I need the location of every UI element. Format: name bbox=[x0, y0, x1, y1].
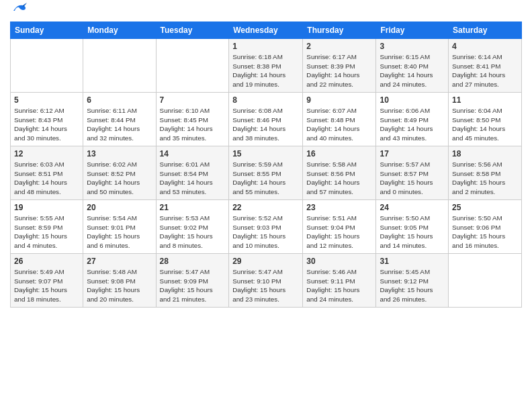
day-number: 3 bbox=[380, 42, 445, 51]
calendar-week-row: 12Sunrise: 6:03 AM Sunset: 8:51 PM Dayli… bbox=[11, 146, 522, 200]
day-info: Sunrise: 5:47 AM Sunset: 9:09 PM Dayligh… bbox=[160, 267, 226, 304]
weekday-header-wednesday: Wednesday bbox=[229, 22, 303, 39]
calendar-cell: 28Sunrise: 5:47 AM Sunset: 9:09 PM Dayli… bbox=[156, 254, 229, 308]
calendar-cell: 19Sunrise: 5:55 AM Sunset: 8:59 PM Dayli… bbox=[11, 200, 83, 254]
day-info: Sunrise: 5:49 AM Sunset: 9:07 PM Dayligh… bbox=[14, 267, 79, 304]
day-number: 14 bbox=[160, 149, 226, 158]
day-info: Sunrise: 6:17 AM Sunset: 8:39 PM Dayligh… bbox=[306, 52, 372, 89]
weekday-header-sunday: Sunday bbox=[11, 22, 83, 39]
calendar-cell: 20Sunrise: 5:54 AM Sunset: 9:01 PM Dayli… bbox=[83, 200, 156, 254]
calendar-cell: 6Sunrise: 6:11 AM Sunset: 8:44 PM Daylig… bbox=[83, 93, 156, 146]
day-info: Sunrise: 6:04 AM Sunset: 8:50 PM Dayligh… bbox=[452, 106, 518, 143]
day-info: Sunrise: 5:50 AM Sunset: 9:05 PM Dayligh… bbox=[380, 214, 445, 250]
calendar-cell: 18Sunrise: 5:56 AM Sunset: 8:58 PM Dayli… bbox=[449, 146, 522, 200]
day-number: 13 bbox=[87, 149, 152, 158]
day-number: 30 bbox=[306, 257, 372, 266]
day-number: 10 bbox=[380, 95, 445, 105]
day-number: 20 bbox=[87, 203, 152, 212]
day-number: 28 bbox=[160, 257, 226, 266]
calendar-cell: 16Sunrise: 5:58 AM Sunset: 8:56 PM Dayli… bbox=[303, 146, 376, 200]
calendar-cell: 26Sunrise: 5:49 AM Sunset: 9:07 PM Dayli… bbox=[11, 254, 83, 308]
day-number: 15 bbox=[232, 149, 299, 158]
calendar-cell: 22Sunrise: 5:52 AM Sunset: 9:03 PM Dayli… bbox=[229, 200, 303, 254]
day-number: 12 bbox=[14, 149, 79, 158]
day-info: Sunrise: 5:54 AM Sunset: 9:01 PM Dayligh… bbox=[87, 214, 152, 250]
day-info: Sunrise: 5:46 AM Sunset: 9:11 PM Dayligh… bbox=[306, 267, 372, 304]
calendar-cell: 7Sunrise: 6:10 AM Sunset: 8:45 PM Daylig… bbox=[156, 93, 229, 146]
day-number: 27 bbox=[87, 257, 152, 266]
calendar-cell bbox=[83, 39, 156, 93]
day-number: 24 bbox=[380, 203, 445, 212]
calendar-cell: 23Sunrise: 5:51 AM Sunset: 9:04 PM Dayli… bbox=[303, 200, 376, 254]
calendar-cell: 31Sunrise: 5:45 AM Sunset: 9:12 PM Dayli… bbox=[376, 254, 449, 308]
day-info: Sunrise: 6:12 AM Sunset: 8:43 PM Dayligh… bbox=[14, 106, 79, 143]
weekday-header-saturday: Saturday bbox=[449, 22, 522, 39]
calendar-cell: 4Sunrise: 6:14 AM Sunset: 8:41 PM Daylig… bbox=[449, 39, 522, 93]
calendar-cell: 1Sunrise: 6:18 AM Sunset: 8:38 PM Daylig… bbox=[229, 39, 303, 93]
day-number: 8 bbox=[232, 95, 299, 105]
calendar-cell: 2Sunrise: 6:17 AM Sunset: 8:39 PM Daylig… bbox=[303, 39, 376, 93]
calendar-cell: 10Sunrise: 6:06 AM Sunset: 8:49 PM Dayli… bbox=[376, 93, 449, 146]
day-info: Sunrise: 6:08 AM Sunset: 8:46 PM Dayligh… bbox=[232, 106, 299, 143]
day-info: Sunrise: 6:03 AM Sunset: 8:51 PM Dayligh… bbox=[14, 160, 79, 197]
day-info: Sunrise: 6:06 AM Sunset: 8:49 PM Dayligh… bbox=[380, 106, 445, 143]
day-info: Sunrise: 5:51 AM Sunset: 9:04 PM Dayligh… bbox=[306, 214, 372, 250]
calendar-cell: 17Sunrise: 5:57 AM Sunset: 8:57 PM Dayli… bbox=[376, 146, 449, 200]
calendar-cell: 11Sunrise: 6:04 AM Sunset: 8:50 PM Dayli… bbox=[449, 93, 522, 146]
day-number: 17 bbox=[380, 149, 445, 158]
day-info: Sunrise: 6:01 AM Sunset: 8:54 PM Dayligh… bbox=[160, 160, 226, 197]
day-number: 11 bbox=[452, 95, 518, 105]
calendar-cell: 12Sunrise: 6:03 AM Sunset: 8:51 PM Dayli… bbox=[11, 146, 83, 200]
calendar-cell: 3Sunrise: 6:15 AM Sunset: 8:40 PM Daylig… bbox=[376, 39, 449, 93]
day-info: Sunrise: 6:11 AM Sunset: 8:44 PM Dayligh… bbox=[87, 106, 152, 143]
calendar-week-row: 19Sunrise: 5:55 AM Sunset: 8:59 PM Dayli… bbox=[11, 200, 522, 254]
weekday-header-friday: Friday bbox=[376, 22, 449, 39]
day-info: Sunrise: 5:59 AM Sunset: 8:55 PM Dayligh… bbox=[232, 160, 299, 197]
day-info: Sunrise: 5:55 AM Sunset: 8:59 PM Dayligh… bbox=[14, 214, 79, 250]
calendar-cell bbox=[449, 254, 522, 308]
day-info: Sunrise: 5:45 AM Sunset: 9:12 PM Dayligh… bbox=[380, 267, 445, 304]
calendar-cell: 25Sunrise: 5:50 AM Sunset: 9:06 PM Dayli… bbox=[449, 200, 522, 254]
calendar-cell: 14Sunrise: 6:01 AM Sunset: 8:54 PM Dayli… bbox=[156, 146, 229, 200]
day-info: Sunrise: 5:58 AM Sunset: 8:56 PM Dayligh… bbox=[306, 160, 372, 197]
calendar-cell bbox=[156, 39, 229, 93]
calendar-cell: 27Sunrise: 5:48 AM Sunset: 9:08 PM Dayli… bbox=[83, 254, 156, 308]
calendar-header-row: SundayMondayTuesdayWednesdayThursdayFrid… bbox=[11, 22, 522, 39]
day-number: 5 bbox=[14, 95, 79, 105]
day-number: 2 bbox=[306, 42, 372, 51]
page: SundayMondayTuesdayWednesdayThursdayFrid… bbox=[0, 0, 532, 411]
calendar-week-row: 5Sunrise: 6:12 AM Sunset: 8:43 PM Daylig… bbox=[11, 93, 522, 146]
day-info: Sunrise: 5:56 AM Sunset: 8:58 PM Dayligh… bbox=[452, 160, 518, 197]
day-info: Sunrise: 6:18 AM Sunset: 8:38 PM Dayligh… bbox=[232, 52, 299, 89]
logo bbox=[10, 7, 27, 16]
day-number: 6 bbox=[87, 95, 152, 105]
day-number: 29 bbox=[232, 257, 299, 266]
day-number: 19 bbox=[14, 203, 79, 212]
day-number: 7 bbox=[160, 95, 226, 105]
calendar-cell: 21Sunrise: 5:53 AM Sunset: 9:02 PM Dayli… bbox=[156, 200, 229, 254]
calendar-cell: 5Sunrise: 6:12 AM Sunset: 8:43 PM Daylig… bbox=[11, 93, 83, 146]
day-number: 26 bbox=[14, 257, 79, 266]
day-info: Sunrise: 5:48 AM Sunset: 9:08 PM Dayligh… bbox=[87, 267, 152, 304]
calendar-cell bbox=[11, 39, 83, 93]
day-info: Sunrise: 5:50 AM Sunset: 9:06 PM Dayligh… bbox=[452, 214, 518, 250]
calendar-cell: 15Sunrise: 5:59 AM Sunset: 8:55 PM Dayli… bbox=[229, 146, 303, 200]
day-info: Sunrise: 5:47 AM Sunset: 9:10 PM Dayligh… bbox=[232, 267, 299, 304]
day-info: Sunrise: 6:15 AM Sunset: 8:40 PM Dayligh… bbox=[380, 52, 445, 89]
day-info: Sunrise: 5:53 AM Sunset: 9:02 PM Dayligh… bbox=[160, 214, 226, 250]
calendar-cell: 24Sunrise: 5:50 AM Sunset: 9:05 PM Dayli… bbox=[376, 200, 449, 254]
calendar-week-row: 26Sunrise: 5:49 AM Sunset: 9:07 PM Dayli… bbox=[11, 254, 522, 308]
calendar-cell: 13Sunrise: 6:02 AM Sunset: 8:52 PM Dayli… bbox=[83, 146, 156, 200]
day-number: 1 bbox=[232, 42, 299, 51]
logo-bird-icon bbox=[12, 1, 27, 16]
day-number: 18 bbox=[452, 149, 518, 158]
calendar-cell: 30Sunrise: 5:46 AM Sunset: 9:11 PM Dayli… bbox=[303, 254, 376, 308]
weekday-header-monday: Monday bbox=[83, 22, 156, 39]
weekday-header-tuesday: Tuesday bbox=[156, 22, 229, 39]
day-number: 21 bbox=[160, 203, 226, 212]
calendar-cell: 8Sunrise: 6:08 AM Sunset: 8:46 PM Daylig… bbox=[229, 93, 303, 146]
day-info: Sunrise: 6:14 AM Sunset: 8:41 PM Dayligh… bbox=[452, 52, 518, 89]
day-number: 9 bbox=[306, 95, 372, 105]
day-info: Sunrise: 5:57 AM Sunset: 8:57 PM Dayligh… bbox=[380, 160, 445, 197]
header bbox=[10, 7, 522, 16]
